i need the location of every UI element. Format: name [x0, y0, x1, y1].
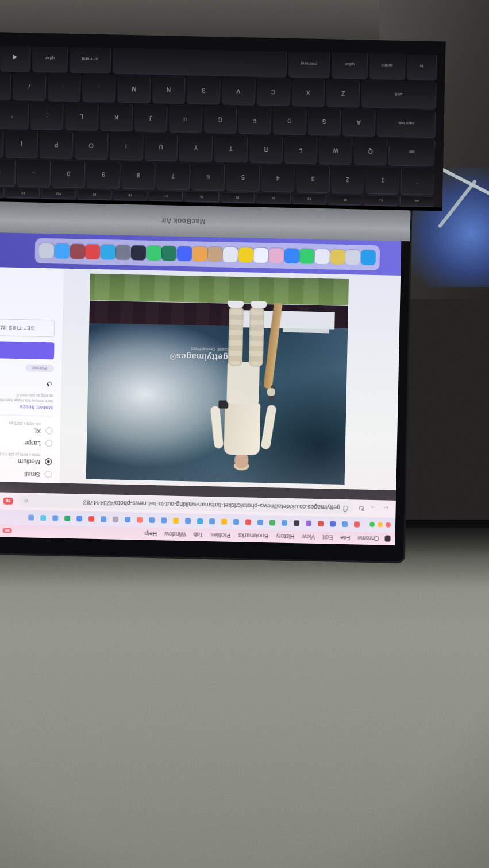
radio-large[interactable] [45, 440, 52, 447]
dock-icon-finder[interactable] [361, 250, 376, 266]
laptop-screen: ChromeFileEditViewHistoryBookmarksProfil… [0, 232, 401, 545]
dock-icon-whatsapp[interactable] [146, 246, 161, 261]
browser-tab-favicon[interactable] [76, 516, 82, 521]
radio-medium[interactable] [45, 458, 52, 465]
menu-history[interactable]: History [276, 533, 295, 541]
browser-tab-favicon[interactable] [137, 517, 143, 522]
browser-tab-favicon[interactable] [173, 518, 179, 524]
notification-badge[interactable]: 99 [3, 528, 12, 533]
menu-edit[interactable]: Edit [322, 534, 333, 541]
dock-icon-appstore[interactable] [284, 249, 299, 264]
browser-tab-favicon[interactable] [125, 517, 130, 522]
browser-tab-favicon[interactable] [269, 520, 275, 525]
dock-icon-calendar[interactable] [253, 248, 269, 264]
dock-icon-facetime[interactable] [299, 249, 315, 264]
key-t: T [214, 135, 247, 162]
cart-icon[interactable]: ↺ [0, 378, 52, 388]
dock-icon-notion[interactable] [131, 245, 147, 261]
browser-tab-favicon[interactable] [197, 518, 203, 524]
cricketer-right-arm [210, 406, 224, 449]
browser-tab-favicon[interactable] [318, 521, 324, 526]
close-window-button[interactable] [386, 522, 391, 528]
dock-icon-youtube[interactable] [85, 244, 101, 259]
browser-tab-favicon[interactable] [149, 517, 155, 523]
size-option-small[interactable]: Small [0, 469, 52, 478]
browser-tab-favicon[interactable] [294, 520, 299, 526]
browser-tab-favicon[interactable] [354, 521, 360, 527]
market-freeze-link[interactable]: Market freeze [0, 403, 53, 411]
dock-icon-bin[interactable] [39, 243, 55, 259]
browser-tab-favicon[interactable] [306, 521, 311, 526]
key-command: command [288, 51, 329, 78]
browser-tab-favicon[interactable] [282, 520, 287, 526]
apple-menu-icon[interactable] [384, 536, 390, 542]
url-text[interactable]: gettyimages.co.uk/detail/news-photo/cric… [32, 498, 340, 512]
dock-icon-notes[interactable] [238, 247, 253, 263]
key-6: 6 [192, 163, 225, 190]
browser-tab-favicon[interactable] [342, 521, 348, 527]
size-label: Large [25, 440, 41, 447]
image-viewer: gettyimages® Credit: Central Press [60, 269, 401, 490]
browser-tab-favicon[interactable] [161, 517, 167, 523]
dock-icon-launchpad[interactable] [345, 250, 361, 265]
size-option-large[interactable]: Large [0, 438, 52, 447]
dock-icon-tv-plus[interactable] [223, 247, 238, 262]
dock-icon-safari[interactable] [54, 243, 70, 259]
dock-icon-photos[interactable] [269, 248, 284, 264]
browser-tab-favicon[interactable] [113, 517, 118, 522]
dock-icon-books[interactable] [207, 247, 223, 262]
size-option-xl[interactable]: XLHD 4928 x 6571 px [0, 420, 53, 435]
menu-profiles[interactable]: Profiles [210, 532, 230, 539]
reload-button[interactable]: ↻ [359, 504, 365, 513]
key-7: 7 [157, 162, 190, 189]
browser-tab-favicon[interactable] [209, 518, 215, 524]
dock-icon-ember[interactable] [70, 244, 85, 259]
radio-xl[interactable] [45, 427, 52, 434]
radio-small[interactable] [45, 471, 52, 478]
dock-icon-excel[interactable] [161, 246, 177, 261]
menu-file[interactable]: File [340, 534, 350, 541]
key-p: P [40, 131, 73, 158]
key-h: H [170, 105, 202, 132]
browser-tab-favicon[interactable] [221, 519, 227, 525]
menu-window[interactable]: Window [164, 530, 186, 538]
add-to-cart-button[interactable] [0, 341, 55, 360]
minimize-window-button[interactable] [378, 522, 383, 528]
dock-icon-clock[interactable] [315, 249, 330, 265]
key-9: 9 [87, 161, 120, 188]
browser-tab-favicon[interactable] [185, 518, 191, 524]
browser-tab-favicon[interactable] [233, 519, 239, 525]
key-q: Q [354, 138, 387, 165]
browser-tab-favicon[interactable] [88, 516, 94, 522]
browser-tab-favicon[interactable] [101, 516, 106, 522]
key-c: C [257, 79, 290, 106]
menu-help[interactable]: Help [144, 530, 157, 537]
back-button[interactable]: ← [382, 505, 390, 513]
get-this-image-button[interactable]: GET THIS IMAGE [0, 319, 55, 338]
adblock-extension-icon[interactable]: 98 [3, 498, 13, 505]
dock-icon-pencil-app[interactable] [192, 246, 207, 262]
menu-view[interactable]: View [302, 533, 315, 540]
key-i: I [110, 133, 143, 160]
browser-tab-favicon[interactable] [28, 514, 34, 520]
menu-tab[interactable]: Tab [193, 532, 203, 538]
zoom-window-button[interactable] [369, 522, 375, 527]
menu-chrome[interactable]: Chrome [357, 534, 379, 542]
key-;: ; [30, 102, 63, 129]
browser-tab-favicon[interactable] [245, 519, 251, 525]
dock-icon-telegram[interactable] [100, 245, 115, 260]
dock-icon-chrome[interactable] [330, 249, 345, 265]
key-g: G [204, 106, 236, 133]
dock-icon-y-app[interactable] [177, 246, 192, 262]
dock-icon-camera[interactable] [115, 245, 131, 261]
size-option-medium[interactable]: Medium3508 x 4678 px (29.7 x 39.6 cm) [0, 451, 52, 466]
browser-tab-favicon[interactable] [257, 520, 263, 525]
forward-button[interactable]: → [369, 504, 377, 513]
browser-tab-favicon[interactable] [52, 515, 58, 521]
browser-tab-favicon[interactable] [64, 516, 70, 521]
bookmark-star-icon[interactable]: ☆ [23, 498, 29, 505]
browser-tab-favicon[interactable] [330, 521, 336, 526]
key-,: , [83, 75, 115, 102]
browser-tab-favicon[interactable] [40, 515, 46, 521]
menu-bookmarks[interactable]: Bookmarks [238, 532, 268, 540]
